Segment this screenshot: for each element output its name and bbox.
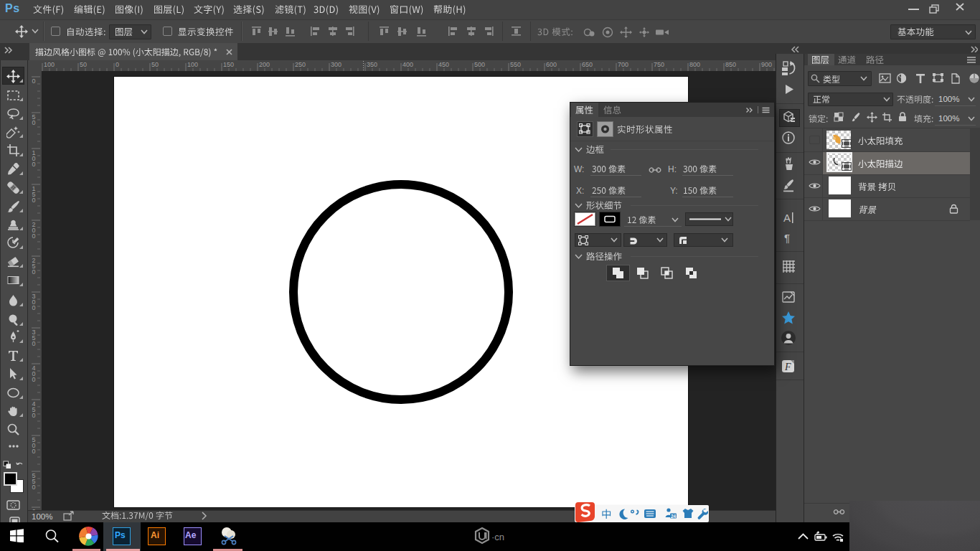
svg-text:¶: ¶ — [784, 232, 790, 244]
svg-text:F: F — [784, 362, 791, 372]
svg-text:24: 24 — [671, 514, 677, 519]
svg-text:A: A — [783, 212, 791, 224]
